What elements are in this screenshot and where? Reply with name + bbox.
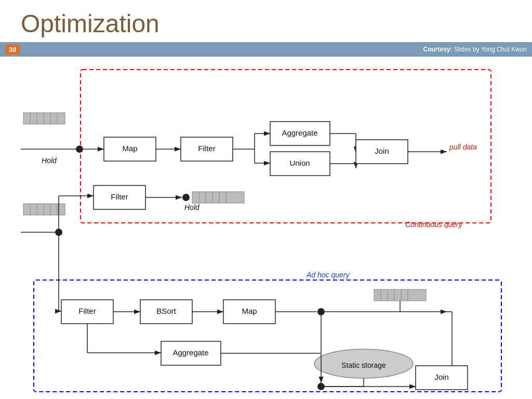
map1-node: Map	[122, 144, 137, 153]
continuous-query-label: Continuous query	[405, 220, 463, 229]
static-storage-node: Static storage	[341, 361, 386, 369]
page-title: Optimization	[0, 0, 532, 42]
join1-node: Join	[375, 147, 389, 155]
svg-rect-56	[374, 289, 426, 301]
svg-point-36	[55, 229, 62, 236]
hold1-label: Hold	[42, 156, 57, 165]
pull-data-label: pull data	[449, 143, 477, 151]
filter2-node: Filter	[111, 192, 128, 201]
diagram: Continuous query Ad hoc query Hold Map F…	[0, 57, 532, 399]
svg-point-11	[76, 145, 83, 153]
hold2-label: Hold	[184, 203, 200, 211]
svg-point-72	[317, 383, 325, 390]
aggregate2-node: Aggregate	[172, 348, 208, 357]
filter1-node: Filter	[198, 144, 215, 153]
ad-hoc-query-label: Ad hoc query	[306, 271, 350, 279]
header-bar: 30 Courtesy: Slides by Yong Chul Kwon	[0, 42, 532, 57]
slide-number: 30	[5, 45, 20, 55]
join2-node: Join	[434, 373, 449, 381]
bsort-node: BSort	[156, 307, 176, 315]
map2-node: Map	[242, 307, 257, 315]
filter3-node: Filter	[78, 307, 96, 315]
svg-point-62	[317, 308, 325, 315]
svg-point-41	[182, 194, 190, 201]
svg-rect-42	[192, 192, 244, 203]
courtesy-text: Courtesy: Slides by Yong Chul Kwon	[423, 46, 527, 53]
aggregate1-node: Aggregate	[282, 128, 317, 137]
svg-rect-4	[23, 113, 65, 124]
union1-node: Union	[289, 158, 310, 167]
